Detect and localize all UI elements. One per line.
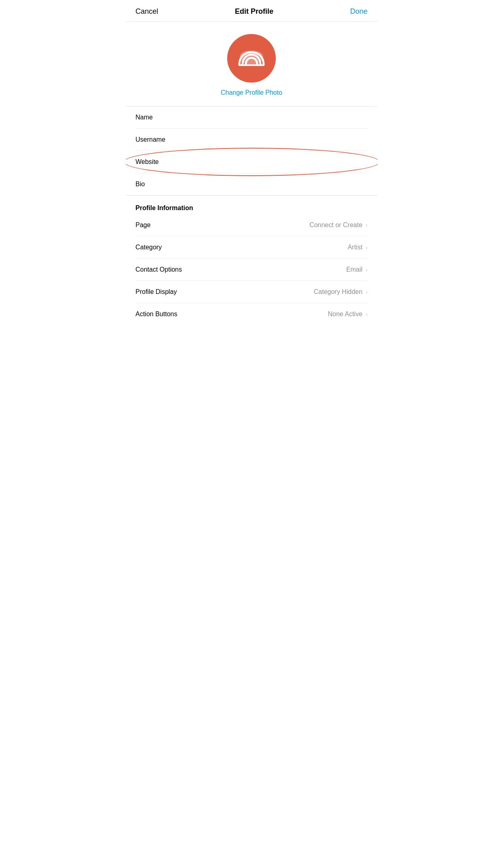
profile-display-label: Profile Display <box>136 288 177 296</box>
profile-info-header: Profile Information <box>136 196 368 214</box>
category-label: Category <box>136 244 162 251</box>
username-field[interactable]: Username <box>136 129 368 151</box>
website-circle-annotation <box>126 148 377 176</box>
contact-options-row[interactable]: Contact Options Email › <box>136 259 368 281</box>
action-buttons-row-right: None Active › <box>328 311 367 318</box>
profile-display-row[interactable]: Profile Display Category Hidden › <box>136 281 368 303</box>
name-field[interactable]: Name <box>136 106 368 129</box>
rainbow-icon <box>237 50 266 67</box>
category-value: Artist <box>347 244 362 251</box>
action-buttons-value: None Active <box>328 311 362 318</box>
page-value: Connect or Create <box>309 221 362 229</box>
contact-options-row-right: Email › <box>346 266 368 273</box>
page-label: Page <box>136 221 151 229</box>
website-label: Website <box>136 158 159 165</box>
action-buttons-row[interactable]: Action Buttons None Active › <box>136 303 368 325</box>
page-title: Edit Profile <box>235 7 273 16</box>
nav-bar: Cancel Edit Profile Done <box>126 0 377 22</box>
action-buttons-chevron-icon: › <box>366 311 368 317</box>
action-buttons-label: Action Buttons <box>136 311 177 318</box>
bottom-spacer <box>126 325 377 341</box>
bio-field[interactable]: Bio <box>136 173 368 195</box>
website-field[interactable]: Website <box>136 151 368 173</box>
profile-photo-section: Change Profile Photo <box>126 22 377 106</box>
contact-options-label: Contact Options <box>136 266 182 273</box>
profile-display-row-right: Category Hidden › <box>314 288 368 296</box>
category-row[interactable]: Category Artist › <box>136 236 368 259</box>
name-label: Name <box>136 114 153 121</box>
contact-options-chevron-icon: › <box>366 266 368 273</box>
cancel-button[interactable]: Cancel <box>136 7 158 16</box>
change-profile-photo-button[interactable]: Change Profile Photo <box>221 89 282 96</box>
profile-info-section: Profile Information Page Connect or Crea… <box>126 196 377 325</box>
done-button[interactable]: Done <box>350 7 367 16</box>
profile-display-chevron-icon: › <box>366 289 368 295</box>
category-row-right: Artist › <box>347 244 367 251</box>
avatar[interactable] <box>227 34 276 83</box>
page-row-right: Connect or Create › <box>309 221 367 229</box>
page-row[interactable]: Page Connect or Create › <box>136 214 368 236</box>
page-chevron-icon: › <box>366 222 368 228</box>
form-fields-section: Name Username Website Bio <box>126 106 377 196</box>
category-chevron-icon: › <box>366 244 368 251</box>
contact-options-value: Email <box>346 266 362 273</box>
username-label: Username <box>136 136 166 143</box>
bio-label: Bio <box>136 181 145 187</box>
profile-display-value: Category Hidden <box>314 288 362 296</box>
